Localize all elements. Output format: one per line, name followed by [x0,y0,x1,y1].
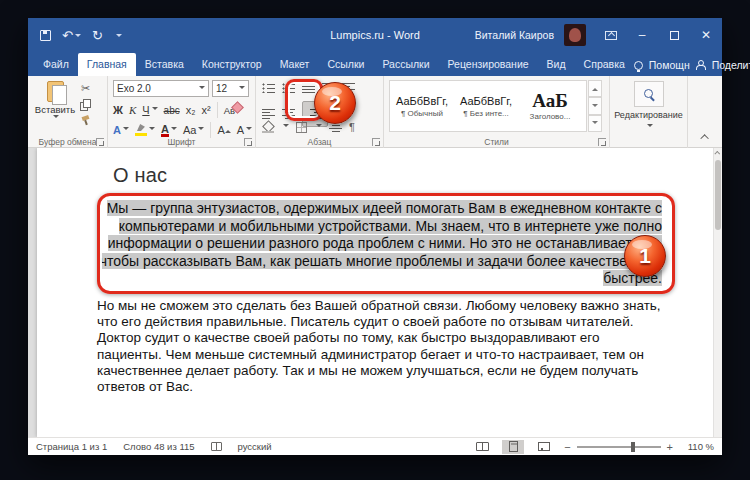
styles-gallery: АаБбВвГг, ¶ Обычный АаБбВвГг, ¶ Без инте… [389,80,587,132]
selected-text[interactable]: Мы — группа энтузиастов, одержимых идеей… [100,200,662,286]
save-button[interactable] [40,30,51,41]
web-layout-icon [538,442,550,451]
shrink-font-letter: А [237,124,244,137]
zoom-slider-thumb[interactable] [631,442,635,452]
close-button[interactable]: ✕ [690,18,722,52]
read-mode-button[interactable] [471,440,493,454]
maximize-button[interactable] [658,18,690,52]
print-layout-button[interactable] [502,440,524,454]
font-dialog-launcher[interactable] [244,138,252,146]
editing-group: Редактирование [610,76,688,148]
paragraph-group-label: Абзац [256,137,383,147]
tab-mailings[interactable]: Рассылки [373,53,438,76]
tab-review[interactable]: Рецензирование [439,53,538,76]
font-size-combo[interactable]: 12 [212,80,249,97]
chevron-up-icon [714,151,720,157]
scroll-up-button[interactable] [714,148,722,158]
styles-scroll-up-button[interactable] [588,80,602,97]
minimize-button[interactable]: – [626,18,658,52]
style-preview: АаБбВвГг, [460,95,512,107]
web-layout-button[interactable] [533,440,555,454]
redo-button[interactable]: ↻ [92,29,103,42]
format-painter-button[interactable] [81,116,90,125]
style-no-spacing[interactable]: АаБбВвГг, ¶ Без инте... [454,81,518,131]
style-name: ¶ Обычный [401,109,443,118]
language-indicator[interactable]: русский [238,441,272,452]
selected-paragraph[interactable]: Мы — группа энтузиастов, одержимых идеей… [97,200,662,288]
style-heading[interactable]: АаБ Заголово... [518,81,582,131]
tab-file[interactable]: Файл [34,53,78,76]
avatar[interactable] [564,24,586,46]
assistant-label[interactable]: Помощн [649,59,690,71]
styles-dialog-launcher[interactable] [598,138,606,146]
change-case-button[interactable]: Aa [183,124,204,137]
strikethrough-button[interactable]: abc [164,104,180,117]
body-paragraph[interactable]: Но мы не сможем это сделать без Вашей об… [97,298,662,395]
styles-group-label: Стили [384,137,609,147]
ribbon: Вставить ✂ Буфер обмена Exo 2.0 12 [28,76,722,148]
bullets-button[interactable] [262,83,275,93]
vertical-scrollbar[interactable] [713,148,722,437]
tab-help[interactable]: Справка [575,53,634,76]
chevron-down-icon [116,34,122,40]
customize-qat-button[interactable] [114,31,122,40]
clipboard-dialog-launcher[interactable] [96,138,104,146]
font-row-3: А А Aa А А [113,122,252,138]
undo-button[interactable]: ↶ [62,29,81,42]
text-effects-button[interactable]: А [113,124,129,137]
find-button[interactable] [634,81,664,107]
shading-bucket-icon[interactable] [262,121,274,133]
highlighter-icon [135,124,147,136]
page-indicator[interactable]: Страница 1 из 1 [36,441,107,452]
status-bar-left: Страница 1 из 1 Слово 48 из 115 русский [36,441,272,452]
paragraph-dialog-launcher[interactable] [372,138,380,146]
underline-button[interactable]: Ч [142,104,157,117]
proofing-book-icon[interactable] [211,442,222,451]
style-normal[interactable]: АаБбВвГг, ¶ Обычный [390,81,454,131]
superscript-button[interactable]: x² [202,104,211,117]
paste-button[interactable]: Вставить [35,81,75,133]
ribbon-display-options-button[interactable] [596,18,626,52]
italic-button[interactable]: К [129,104,136,117]
font-color-button[interactable]: А [161,124,177,137]
show-paragraph-marks-button[interactable]: ¶ [349,121,355,133]
zoom-out-button[interactable]: − [564,441,570,453]
zoom-percentage[interactable]: 110 % [682,441,714,452]
word-count[interactable]: Слово 48 из 115 [123,441,194,452]
chevron-down-icon [647,124,653,130]
editing-dropdown[interactable] [610,124,687,130]
chevron-down-icon [316,124,322,130]
document-page[interactable]: О нас Мы — группа энтузиастов, одержимых… [37,148,713,437]
tab-references[interactable]: Ссылки [318,53,373,76]
styles-scroll-down-button[interactable] [588,97,602,114]
tab-design[interactable]: Конструктор [193,53,271,76]
styles-more-button[interactable] [588,115,602,132]
clipboard-group: Вставить ✂ Буфер обмена [28,76,108,148]
font-name-combo[interactable]: Exo 2.0 [113,80,209,97]
collapse-ribbon-button[interactable] [698,131,714,143]
bold-button[interactable]: Ж [113,104,123,117]
tab-home[interactable]: Главная [78,53,136,76]
copy-button[interactable] [83,99,91,108]
cut-button[interactable]: ✂ [81,82,90,94]
shrink-font-button[interactable]: А [237,124,252,137]
zoom-slider[interactable] [577,446,661,448]
paste-label: Вставить [35,104,75,115]
print-layout-icon [509,441,518,452]
align-center-button[interactable] [282,109,295,119]
share-button[interactable]: Поделиться [712,59,750,71]
multilevel-list-button[interactable] [302,83,315,93]
grow-font-button[interactable]: А [217,124,230,137]
borders-button[interactable] [296,122,307,133]
tab-view[interactable]: Вид [538,53,575,76]
align-left-button[interactable] [262,109,275,119]
zoom-in-button[interactable]: + [667,441,673,453]
scrollbar-thumb[interactable] [715,160,721,230]
subscript-button[interactable]: x₂ [186,104,196,117]
tab-insert[interactable]: Вставка [136,53,193,76]
numbering-button[interactable] [282,83,295,93]
clear-formatting-button[interactable]: Ав [224,104,235,117]
style-name: Заголово... [530,112,571,121]
highlight-button[interactable] [135,124,155,136]
tab-layout[interactable]: Макет [271,53,319,76]
